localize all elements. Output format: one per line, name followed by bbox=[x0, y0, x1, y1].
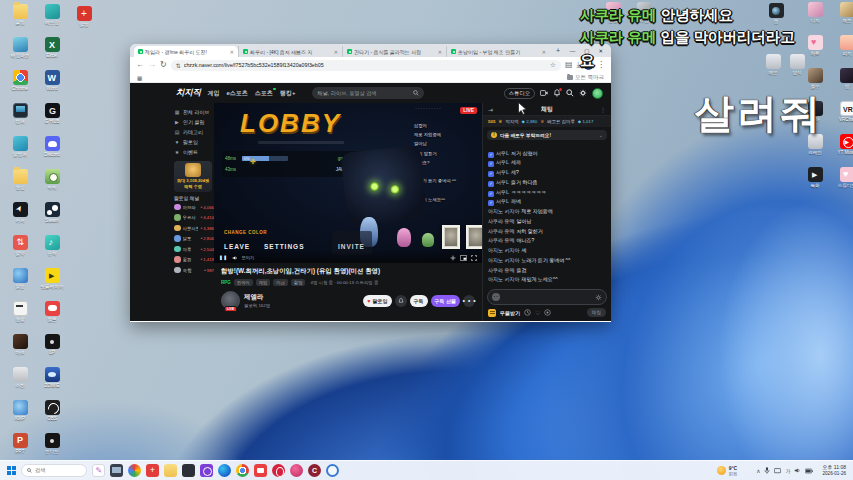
display-icon[interactable] bbox=[774, 468, 781, 474]
desktop-icon[interactable]: 녹화 bbox=[799, 167, 831, 200]
chat-message[interactable]: ✓서우L저거 삼켰어 bbox=[488, 149, 606, 159]
channel-avatar[interactable]: LIVE bbox=[221, 291, 240, 310]
desktop-icon[interactable]: 영상 bbox=[4, 169, 36, 202]
stream-tag[interactable]: 게임 bbox=[256, 279, 271, 286]
fullscreen-icon[interactable] bbox=[471, 255, 477, 261]
chat-nickname[interactable]: 서우L bbox=[496, 159, 509, 165]
stream-tag[interactable]: 한국어 bbox=[234, 279, 253, 286]
header-search-icon[interactable] bbox=[566, 89, 574, 97]
chat-messages[interactable]: ✓서우L저거 삼켰어✓서우L세까✓서우L세?✓서우L즐거 하다옴✓서우Lㅋㅋㅋㅋ… bbox=[483, 143, 611, 287]
taskbar-app-purplesq[interactable] bbox=[200, 464, 213, 477]
desktop-icon[interactable]: 뮤직 bbox=[36, 235, 68, 268]
pinned-message[interactable]: ! 다음 배로우 부탁드려요! ⌄ bbox=[487, 130, 607, 140]
send-chat-button[interactable]: 채팅 bbox=[587, 308, 606, 317]
desktop-icon[interactable]: Discord bbox=[36, 136, 68, 169]
more-button[interactable]: ⋯ bbox=[463, 295, 475, 307]
site-nav-item[interactable]: 스포츠 bbox=[255, 89, 273, 98]
taskbar-app-laptop[interactable] bbox=[110, 464, 123, 477]
chat-message[interactable]: 사쿠라 유메저히 맞힌거 bbox=[488, 227, 606, 237]
chat-message[interactable]: ✓서우Lㅋㅋㅋㅋㅋㅋㅋ bbox=[488, 188, 606, 198]
tray-expand-icon[interactable]: ∧ bbox=[756, 468, 760, 474]
desktop-icon[interactable]: ZOWIE bbox=[36, 367, 68, 400]
taskbar-app-edge[interactable] bbox=[218, 464, 231, 477]
collapse-chat-icon[interactable]: ⇥ bbox=[488, 106, 493, 113]
chat-nickname[interactable]: 아지노 키지아 bbox=[488, 208, 519, 214]
sidebar-item-카테고리[interactable]: ▤카테고리 bbox=[174, 127, 212, 137]
address-bar[interactable]: ⇅ chzzk.naver.com/live/f7527b5bc532e1589… bbox=[171, 60, 561, 71]
chat-nickname[interactable]: 사쿠라 유메 bbox=[488, 267, 514, 273]
gift-subscription-button[interactable]: 구독 선물 bbox=[431, 295, 460, 307]
desktop-icon[interactable]: 밤 bbox=[831, 68, 853, 101]
studio-button[interactable]: 스튜디오 bbox=[504, 88, 535, 99]
taskbar-app-operared[interactable] bbox=[272, 464, 285, 477]
desktop-icon[interactable]: 픽픽 bbox=[36, 169, 68, 202]
change-color-button[interactable]: CHANGE COLOR bbox=[224, 230, 267, 235]
site-search-input[interactable]: 채널, 라이브, 동영상 검색 bbox=[312, 87, 424, 99]
chat-message[interactable]: 아지노 키지아셰 bbox=[488, 246, 606, 256]
browser-tab[interactable]: 건타기 - 음식들 골라먹는 사람✕ bbox=[342, 46, 446, 57]
profile-avatar[interactable] bbox=[592, 88, 603, 99]
following-channel-row[interactable]: 사뿐사뿐3,386 bbox=[174, 223, 214, 234]
volume-icon[interactable] bbox=[232, 255, 238, 261]
desktop-icon[interactable]: 스킨 bbox=[4, 367, 36, 400]
extensions-icon[interactable]: ▤ bbox=[565, 61, 573, 69]
desktop-icon[interactable]: 체조 bbox=[831, 2, 853, 35]
notification-bell-icon[interactable] bbox=[553, 89, 561, 97]
sidebar-item-인기 클립[interactable]: ▶인기 클립 bbox=[174, 117, 212, 127]
pip-icon[interactable] bbox=[460, 255, 467, 261]
following-channel-row[interactable]: 마루2,504 bbox=[174, 244, 214, 255]
desktop-icon[interactable]: Excel bbox=[36, 37, 68, 70]
settings-button[interactable]: SETTINGS bbox=[264, 243, 305, 250]
clock-icon[interactable] bbox=[524, 309, 531, 316]
chat-nickname[interactable]: 서우L bbox=[496, 169, 509, 175]
following-channel-row[interactable]: 우르사4,414 bbox=[174, 212, 214, 223]
taskbar-search[interactable]: 검색 bbox=[21, 464, 87, 477]
video-icon[interactable] bbox=[540, 89, 548, 97]
site-nav-item[interactable]: e스포츠 bbox=[227, 89, 248, 98]
forward-button[interactable]: → bbox=[148, 61, 156, 69]
bookmark-star-icon[interactable]: ☆ bbox=[550, 61, 556, 69]
settings-gear-icon[interactable] bbox=[579, 89, 587, 97]
desktop-icon[interactable]: 피치 bbox=[831, 35, 853, 68]
weather-widget[interactable]: 9°C맑음 bbox=[717, 465, 738, 476]
taskbar-app-wheel[interactable] bbox=[128, 464, 141, 477]
following-channel-row[interactable]: 숙짱987 bbox=[174, 265, 214, 276]
emoji-icon[interactable] bbox=[492, 293, 500, 301]
following-channel-row[interactable]: 달토2,806 bbox=[174, 233, 214, 244]
chat-message[interactable]: 사쿠라 유메얼아남 bbox=[488, 217, 606, 227]
battery-icon[interactable] bbox=[805, 468, 813, 474]
browser-tab[interactable]: 제임라 - 갱!me 최꾸리 도전!✕ bbox=[134, 46, 238, 57]
apps-grid-icon[interactable]: ▦ bbox=[137, 75, 142, 81]
chat-nickname[interactable]: 서우L bbox=[496, 179, 509, 185]
chat-nickname[interactable]: 아지노 키지아 bbox=[488, 257, 519, 263]
quality-label[interactable]: 보이기 bbox=[242, 255, 255, 260]
desktop-icon[interactable]: 알약 bbox=[4, 235, 36, 268]
tab-close-icon[interactable]: ✕ bbox=[334, 49, 338, 55]
taskbar-app-maroon[interactable] bbox=[308, 464, 321, 477]
chzzk-logo[interactable]: 치지직 bbox=[176, 87, 201, 99]
donation-rank-bar[interactable]: 505 ♛ 박지덕 ◆ 2,380 ♛ 배고은 김마루 ◆ 1,017 bbox=[483, 116, 611, 127]
stream-tag[interactable]: 미션 bbox=[273, 279, 288, 286]
chat-nickname[interactable]: 서우L bbox=[496, 198, 509, 204]
chat-message[interactable]: ✓서우L세? bbox=[488, 168, 606, 178]
new-tab-button[interactable]: + bbox=[553, 46, 563, 56]
chat-message[interactable]: 아지노 키지아제로 자업중에 bbox=[488, 207, 606, 217]
sidebar-item-이벤트[interactable]: ★이벤트 bbox=[174, 147, 212, 157]
stream-tag[interactable]: 합방 bbox=[291, 279, 306, 286]
desktop-icon[interactable]: 커서 bbox=[4, 202, 36, 235]
taskbar-app-pinkc[interactable] bbox=[290, 464, 303, 477]
desktop-icon[interactable]: Chrome bbox=[4, 70, 36, 103]
heart-outline-icon[interactable]: ♡ bbox=[535, 309, 540, 316]
sidebar-item-전체 라이브[interactable]: ▦전체 라이브 bbox=[174, 107, 212, 117]
mic-icon[interactable] bbox=[764, 467, 770, 474]
subscribe-button[interactable]: 구독 bbox=[410, 295, 428, 307]
desktop-icon[interactable]: 알집 bbox=[68, 6, 100, 39]
pause-button[interactable]: ❚❚ bbox=[219, 255, 228, 260]
all-bookmarks-button[interactable]: 모든 북마크 bbox=[567, 74, 604, 81]
taskbar-app-folderT[interactable] bbox=[164, 464, 177, 477]
desktop-icon[interactable]: 스튜디오 bbox=[831, 167, 853, 200]
desktop-icon[interactable]: 메모장 bbox=[36, 4, 68, 37]
chat-input[interactable] bbox=[487, 289, 607, 305]
desktop-icon[interactable]: 멜론 bbox=[36, 301, 68, 334]
desktop-icon[interactable]: 알송 bbox=[4, 268, 36, 301]
